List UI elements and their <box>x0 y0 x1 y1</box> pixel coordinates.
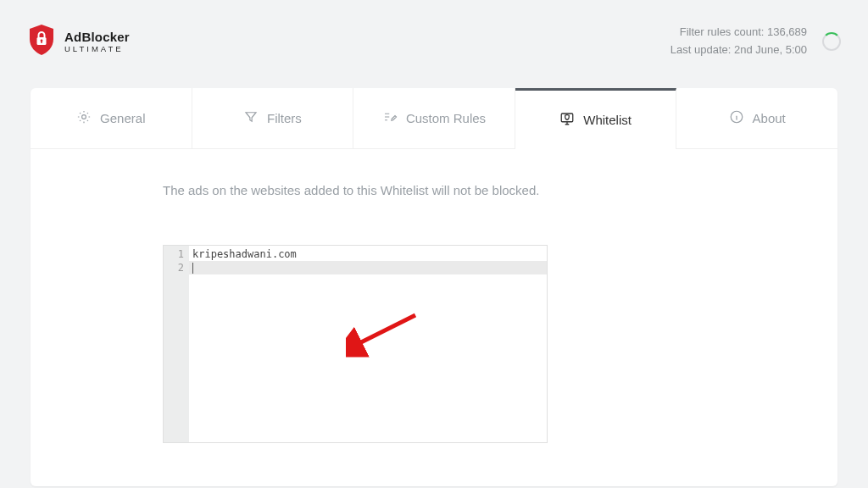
tab-custom-rules[interactable]: Custom Rules <box>353 88 515 149</box>
page-header: AdBlocker ULTIMATE Filter rules count: 1… <box>0 0 868 81</box>
whitelist-panel: The ads on the websites added to this Wh… <box>31 149 837 467</box>
app-logo: AdBlocker ULTIMATE <box>27 24 130 59</box>
tab-general[interactable]: General <box>31 88 192 149</box>
tab-label: General <box>100 111 145 125</box>
settings-card: General Filters Custom Rules <box>31 88 837 486</box>
svg-rect-2 <box>41 41 42 43</box>
editor-lines[interactable]: kripeshadwani.com <box>189 246 547 442</box>
gear-icon <box>76 109 92 127</box>
header-status: Filter rules count: 136,689 Last update:… <box>670 24 841 59</box>
loading-spinner-icon <box>822 32 841 51</box>
text-caret <box>192 263 193 274</box>
svg-point-3 <box>82 115 86 119</box>
editor-line-2[interactable] <box>192 261 543 274</box>
tab-bar: General Filters Custom Rules <box>31 88 837 149</box>
tab-label: About <box>753 111 786 125</box>
tab-filters[interactable]: Filters <box>192 88 354 149</box>
brand-subtitle: ULTIMATE <box>64 44 130 53</box>
edit-list-icon <box>382 109 398 127</box>
tab-label: Filters <box>267 111 302 125</box>
funnel-icon <box>243 109 259 127</box>
tab-about[interactable]: About <box>676 88 837 149</box>
shield-lock-icon <box>27 24 56 59</box>
line-gutter: 1 2 <box>164 246 189 442</box>
tab-whitelist[interactable]: Whitelist <box>515 88 677 149</box>
filter-rules-count: Filter rules count: 136,689 <box>670 24 807 42</box>
brand-title: AdBlocker <box>64 30 130 44</box>
whitelist-editor[interactable]: 1 2 kripeshadwani.com <box>163 245 548 443</box>
tab-label: Custom Rules <box>406 111 486 125</box>
editor-line-1[interactable]: kripeshadwani.com <box>192 247 543 261</box>
whitelist-hint: The ads on the websites added to this Wh… <box>163 183 778 197</box>
monitor-shield-icon <box>559 111 575 129</box>
info-icon <box>729 109 744 127</box>
tab-label: Whitelist <box>583 113 632 127</box>
last-update-time: Last update: 2nd June, 5:00 <box>670 42 807 59</box>
